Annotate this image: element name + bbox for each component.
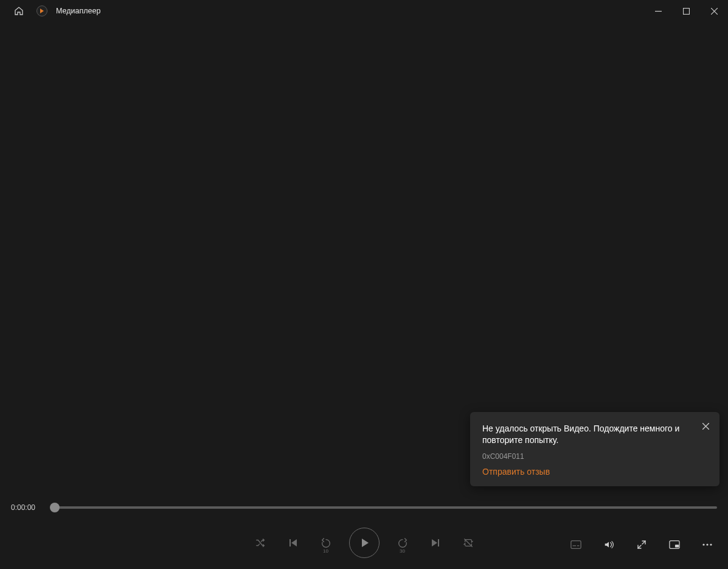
minimize-button[interactable]: [644, 0, 672, 22]
svg-rect-6: [289, 539, 291, 546]
mini-player-button[interactable]: [665, 535, 684, 554]
fullscreen-icon: [637, 540, 647, 550]
error-toast: Не удалось открыть Видео. Подождите немн…: [470, 412, 719, 486]
svg-line-8: [464, 539, 472, 547]
svg-rect-1: [683, 8, 689, 14]
skip-back-label: 10: [316, 548, 336, 554]
subtitles-icon: [570, 540, 581, 550]
play-icon: [359, 537, 370, 548]
subtitles-button[interactable]: [566, 535, 586, 554]
maximize-button[interactable]: [672, 0, 700, 22]
close-icon: [711, 8, 718, 15]
svg-rect-7: [438, 539, 439, 546]
toast-error-code: 0xC004F011: [482, 452, 707, 461]
minimize-icon: [655, 8, 662, 15]
shuffle-icon: [255, 537, 266, 548]
previous-icon: [288, 538, 298, 548]
repeat-off-icon: [463, 537, 474, 548]
svg-rect-15: [675, 545, 679, 548]
skip-forward-icon: [397, 537, 408, 548]
svg-line-13: [642, 541, 645, 544]
volume-icon: [603, 539, 614, 550]
toast-feedback-link[interactable]: Отправить отзыв: [482, 467, 707, 476]
svg-point-16: [702, 543, 704, 545]
home-icon: [14, 6, 24, 16]
seek-thumb[interactable]: [50, 503, 60, 512]
app-title: Медиаплеер: [56, 7, 100, 15]
seek-slider[interactable]: [51, 506, 717, 509]
title-bar: Медиаплеер: [0, 0, 728, 22]
current-time-label: 0:00:00: [11, 503, 38, 512]
svg-point-17: [706, 543, 708, 545]
close-icon: [702, 423, 709, 430]
svg-rect-9: [571, 541, 581, 549]
video-display-area[interactable]: Не удалось открыть Видео. Подождите немн…: [0, 22, 728, 495]
mini-player-icon: [669, 540, 680, 550]
volume-button[interactable]: [599, 535, 619, 554]
controls-right: [566, 535, 717, 554]
close-button[interactable]: [700, 0, 728, 22]
skip-forward-button[interactable]: 30: [393, 533, 412, 553]
controls-center: 10 30: [251, 528, 478, 558]
repeat-button[interactable]: [459, 533, 478, 553]
app-icon: [36, 5, 47, 16]
svg-line-12: [638, 545, 641, 548]
window-controls: [644, 0, 728, 22]
shuffle-button[interactable]: [251, 533, 270, 553]
play-button[interactable]: [349, 528, 380, 558]
next-button[interactable]: [426, 533, 445, 553]
skip-forward-label: 30: [393, 548, 412, 554]
more-options-button[interactable]: [698, 535, 717, 554]
playback-controls: 10 30: [0, 520, 728, 569]
title-bar-left: Медиаплеер: [0, 2, 100, 20]
previous-button[interactable]: [283, 533, 303, 553]
skip-back-button[interactable]: 10: [316, 533, 336, 553]
more-icon: [702, 543, 712, 546]
maximize-icon: [683, 8, 690, 15]
toast-close-button[interactable]: [698, 418, 713, 434]
seek-bar-row: 0:00:00: [0, 495, 728, 520]
skip-back-icon: [321, 537, 331, 548]
svg-point-18: [710, 543, 712, 545]
fullscreen-button[interactable]: [632, 535, 651, 554]
home-button[interactable]: [10, 2, 28, 20]
next-icon: [431, 538, 440, 548]
toast-message: Не удалось открыть Видео. Подождите немн…: [482, 423, 707, 446]
